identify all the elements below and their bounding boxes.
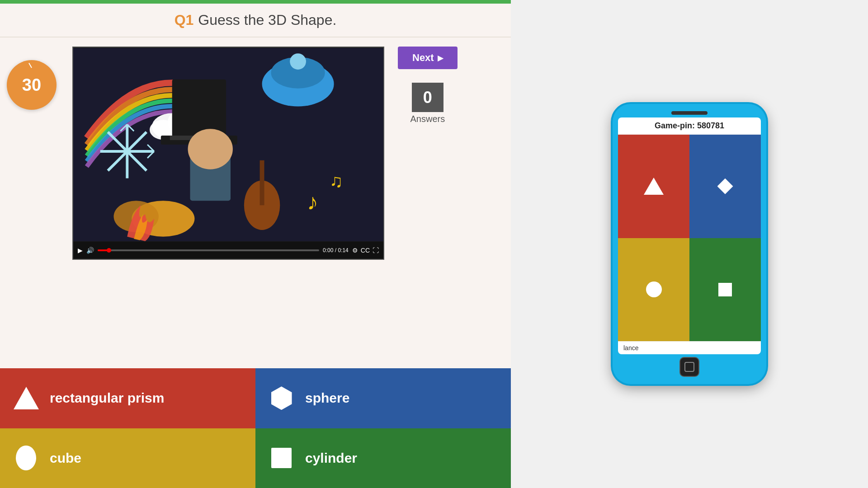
progress-bar[interactable] [98, 249, 319, 251]
settings-icon[interactable]: ⚙ [352, 247, 358, 254]
timer-circle: 30 [7, 60, 57, 110]
content-row: 30 [0, 38, 511, 368]
top-bar [0, 0, 511, 4]
answers-count: 0 [412, 83, 443, 112]
ellipse-icon [14, 446, 38, 470]
answer-grid: rectangular prism sphere cube cylinder [0, 368, 511, 488]
answer-cylinder[interactable]: cylinder [255, 428, 511, 488]
timer-value: 30 [22, 76, 41, 94]
next-arrow: ▶ [438, 54, 443, 62]
triangle-icon [14, 386, 38, 411]
next-button[interactable]: Next ▶ [398, 47, 458, 69]
hexagon-icon [269, 386, 294, 411]
phone-triangle-icon [644, 178, 664, 195]
phone-cell-gold[interactable] [618, 238, 689, 342]
phone-home-button[interactable] [679, 357, 699, 377]
answer-text-1: rectangular prism [50, 390, 164, 406]
phone-answer-grid [618, 135, 761, 341]
phone-square-icon [718, 283, 732, 296]
phone-diamond-icon [717, 178, 733, 194]
side-controls: Next ▶ 0 Answers [398, 47, 458, 124]
video-controls[interactable]: ▶ 🔊 0:00 / 0:14 ⚙ CC ⛶ [73, 242, 383, 259]
svg-point-19 [290, 53, 306, 70]
video-player[interactable]: ♪ ♫ CHATTER PIX You Tube ▶ [72, 47, 384, 260]
phone-header: Game-pin: 580781 [618, 117, 761, 135]
phone-circle-icon [646, 282, 662, 297]
progress-dot [107, 248, 111, 253]
svg-text:♫: ♫ [330, 171, 343, 191]
phone-speaker [671, 111, 708, 115]
answer-cube[interactable]: cube [0, 428, 255, 488]
video-thumbnail: ♪ ♫ CHATTER PIX You Tube [73, 47, 383, 242]
main-area: Q1 Guess the 3D Shape. 30 [0, 0, 511, 488]
phone-screen-content: Game-pin: 580781 lance [618, 117, 761, 354]
answer-rectangular-prism[interactable]: rectangular prism [0, 368, 255, 428]
home-button-inner [684, 362, 694, 372]
volume-button[interactable]: 🔊 [86, 247, 94, 254]
phone-panel: Game-pin: 580781 lance [511, 0, 868, 488]
answers-box: 0 Answers [410, 83, 445, 124]
video-display: ♪ ♫ CHATTER PIX You Tube [73, 47, 383, 242]
svg-point-16 [188, 129, 233, 169]
square-icon [269, 446, 294, 470]
phone-cell-blue[interactable] [689, 135, 761, 238]
cc-icon[interactable]: CC [361, 247, 370, 254]
phone-cell-green[interactable] [689, 238, 761, 342]
question-number: Q1 [175, 12, 194, 28]
answer-text-2: sphere [305, 390, 349, 406]
phone-username: lance [618, 341, 761, 354]
answer-sphere[interactable]: sphere [255, 368, 511, 428]
timer-tick [28, 63, 32, 68]
svg-text:♪: ♪ [307, 189, 318, 215]
time-display: 0:00 / 0:14 [323, 247, 349, 253]
game-pin: Game-pin: 580781 [655, 121, 724, 130]
ctrl-icons: ⚙ CC ⛶ [352, 247, 379, 254]
play-button[interactable]: ▶ [78, 247, 83, 254]
answers-label: Answers [410, 114, 445, 124]
fullscreen-icon[interactable]: ⛶ [373, 247, 379, 254]
header: Q1 Guess the 3D Shape. [0, 4, 511, 38]
phone-cell-red[interactable] [618, 135, 689, 238]
question-text: Guess the 3D Shape. [198, 12, 336, 28]
svg-rect-23 [260, 160, 264, 205]
next-label: Next [412, 52, 434, 64]
phone-frame: Game-pin: 580781 lance [613, 104, 766, 384]
phone-screen: Game-pin: 580781 lance [618, 117, 761, 354]
answer-text-4: cylinder [305, 450, 357, 466]
answer-text-3: cube [50, 450, 81, 466]
